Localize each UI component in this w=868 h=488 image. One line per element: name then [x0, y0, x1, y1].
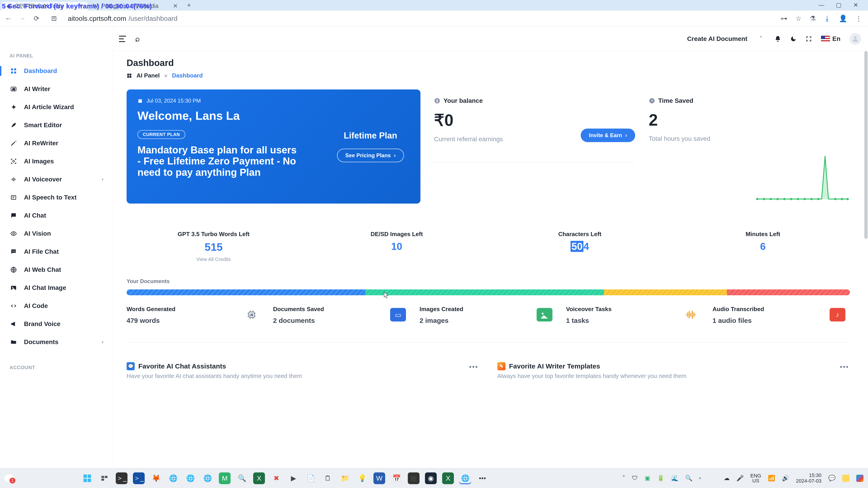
- taskbar-app-a[interactable]: ▶: [287, 473, 299, 484]
- new-tab-button[interactable]: +: [183, 1, 195, 9]
- tab-close-icon[interactable]: ✕: [76, 2, 84, 9]
- taskbar-steam[interactable]: ◉: [425, 473, 437, 484]
- more-menu-icon[interactable]: •••: [469, 363, 478, 371]
- window-minimize-button[interactable]: —: [817, 2, 826, 8]
- create-ai-document-link[interactable]: Create AI Document: [687, 35, 747, 42]
- menu-toggle-button[interactable]: [119, 36, 126, 42]
- taskbar-chrome-active[interactable]: 🌐: [459, 473, 471, 484]
- taskbar-start[interactable]: [81, 473, 93, 484]
- tab-close-icon[interactable]: ✕: [172, 2, 179, 9]
- search-icon[interactable]: ⌕: [135, 34, 140, 43]
- sidebar-item-ai-writer[interactable]: AI AI Writer: [0, 80, 113, 98]
- scrollbar-thumb[interactable]: [864, 51, 868, 239]
- tray-chevron-up-icon[interactable]: ˄: [622, 475, 625, 482]
- tab-title: Patagonia - Wikipedia: [101, 2, 158, 9]
- image-chat-icon: [9, 284, 18, 292]
- tray-mic-icon[interactable]: 🎤: [737, 475, 744, 482]
- tray-clock[interactable]: 15:30 2024-07-03: [796, 473, 822, 484]
- sidebar-item-smart-editor[interactable]: Smart Editor: [0, 116, 113, 134]
- taskbar-terminal[interactable]: ＞_: [116, 473, 127, 484]
- password-key-icon[interactable]: ⊶: [780, 14, 787, 22]
- labs-flask-icon[interactable]: ⚗: [810, 14, 816, 22]
- invite-earn-button[interactable]: Invite & Earn ›: [581, 129, 635, 142]
- tray-blank-icon[interactable]: ▫: [699, 475, 701, 482]
- tray-notifications-icon[interactable]: 💬: [828, 475, 835, 482]
- taskbar-chrome-1[interactable]: 🌐: [167, 473, 179, 484]
- bookmark-star-icon[interactable]: ☆: [796, 14, 802, 22]
- tray-chip-yellow[interactable]: [842, 475, 849, 482]
- sidebar-item-ai-chat[interactable]: AI Chat: [0, 206, 113, 225]
- sidebar-item-ai-web-chat[interactable]: AI Web Chat: [0, 261, 113, 279]
- site-info-icon[interactable]: [51, 15, 58, 22]
- chat-assistant-icon: 💬: [127, 362, 135, 370]
- taskbar-excel-2[interactable]: X: [442, 473, 454, 484]
- taskbar-chrome-2[interactable]: 🌐: [184, 473, 196, 484]
- taskbar-taskview[interactable]: [98, 473, 110, 484]
- taskbar-firefox[interactable]: 🦊: [150, 473, 162, 484]
- progress-segment-yellow: [604, 289, 727, 295]
- taskbar-excel-1[interactable]: X: [253, 473, 265, 484]
- taskbar-app-dark[interactable]: ▦: [408, 473, 420, 484]
- documents-progress-bar: [127, 289, 850, 295]
- taskbar-calendar[interactable]: 📅: [391, 473, 402, 484]
- taskbar-explorer[interactable]: 📁: [339, 473, 351, 484]
- sidebar-item-ai-images[interactable]: AI Images: [0, 152, 113, 170]
- breadcrumb-leaf[interactable]: Dashboard: [172, 72, 203, 79]
- sidebar-item-ai-chat-image[interactable]: AI Chat Image: [0, 279, 113, 297]
- nav-back-button[interactable]: ←: [4, 15, 12, 22]
- browser-menu-icon[interactable]: ⋮: [855, 14, 862, 22]
- sidebar-item-documents[interactable]: Documents ›: [0, 333, 113, 351]
- taskbar-chrome-3[interactable]: 🌐: [202, 473, 213, 484]
- sidebar-item-ai-code[interactable]: AI Code: [0, 297, 113, 315]
- tray-search-icon[interactable]: 🔍: [685, 475, 692, 482]
- tray-wifi-icon[interactable]: 📶: [768, 475, 775, 482]
- taskbar-app-green[interactable]: M: [219, 473, 230, 484]
- language-switcher[interactable]: En: [821, 35, 840, 42]
- sidebar-item-ai-article-wizard[interactable]: ✦ AI Article Wizard: [0, 98, 113, 116]
- tray-cloud-icon[interactable]: ☁: [724, 475, 730, 482]
- taskbar-weather[interactable]: 1: [4, 475, 14, 482]
- tray-app-green-icon[interactable]: ▣: [645, 475, 650, 482]
- breadcrumb-root[interactable]: AI Panel: [136, 72, 160, 79]
- taskbar-app-b[interactable]: 🗒: [322, 473, 334, 484]
- nav-forward-button[interactable]: →: [19, 15, 26, 22]
- window-maximize-button[interactable]: ▢: [834, 2, 843, 8]
- see-pricing-plans-button[interactable]: See Pricing Plans ›: [337, 149, 404, 162]
- taskbar-overflow[interactable]: •••: [476, 473, 488, 484]
- sidebar-item-ai-vision[interactable]: AI Vision: [0, 225, 113, 242]
- view-all-credits-link[interactable]: View All Credits: [127, 256, 301, 262]
- notifications-bell-icon[interactable]: [774, 35, 781, 42]
- tray-battery-icon[interactable]: 🔋: [657, 475, 664, 482]
- sidebar-item-ai-rewriter[interactable]: AI ReWriter: [0, 134, 113, 152]
- taskbar-everything[interactable]: 🔍: [236, 473, 248, 484]
- taskbar-x-close[interactable]: ✖: [270, 473, 282, 484]
- nav-reload-button[interactable]: ⟳: [33, 14, 40, 22]
- downloads-icon[interactable]: ⭳: [824, 15, 831, 22]
- dark-mode-moon-icon[interactable]: [790, 36, 797, 42]
- user-avatar[interactable]: [849, 33, 861, 45]
- time-saved-sub: Total hours you saved: [649, 135, 850, 142]
- url-field[interactable]: aitools.cprtsoft.com/user/dashboard: [68, 15, 178, 22]
- profile-icon[interactable]: 👤: [839, 14, 847, 22]
- tray-volume-icon[interactable]: 🔊: [782, 475, 789, 482]
- taskbar-powershell[interactable]: ＞_: [133, 473, 145, 484]
- tray-edge-icon[interactable]: 🌊: [671, 475, 678, 482]
- sidebar-item-ai-voiceover[interactable]: AI Voiceover ›: [0, 170, 113, 188]
- sidebar-item-ai-file-chat[interactable]: AI File Chat: [0, 242, 113, 261]
- taskbar-word[interactable]: W: [373, 473, 385, 484]
- sidebar-item-brand-voice[interactable]: Brand Voice: [0, 315, 113, 333]
- sidebar-item-ai-speech-to-text[interactable]: AI Speech to Text: [0, 188, 113, 206]
- fullscreen-icon[interactable]: [806, 36, 812, 42]
- tray-shield-icon[interactable]: 🛡: [632, 475, 638, 482]
- create-dropdown-caret[interactable]: ˄: [756, 34, 765, 43]
- sidebar-item-dashboard[interactable]: Dashboard: [0, 62, 113, 80]
- taskbar-app-c[interactable]: 💡: [356, 473, 368, 484]
- more-menu-icon[interactable]: •••: [840, 363, 849, 371]
- tray-language[interactable]: ENG US: [750, 473, 761, 483]
- taskbar-notepad[interactable]: 📄: [305, 473, 316, 484]
- page-scrollbar[interactable]: [864, 51, 868, 468]
- tray-chip-multicolor[interactable]: [856, 475, 864, 482]
- browser-tab-inactive[interactable]: W Patagonia - Wikipedia ✕: [88, 2, 183, 10]
- window-close-button[interactable]: ✕: [851, 2, 860, 8]
- browser-tab-active[interactable]: ◆ CPRTSoft AI Tools ✕: [1, 2, 88, 10]
